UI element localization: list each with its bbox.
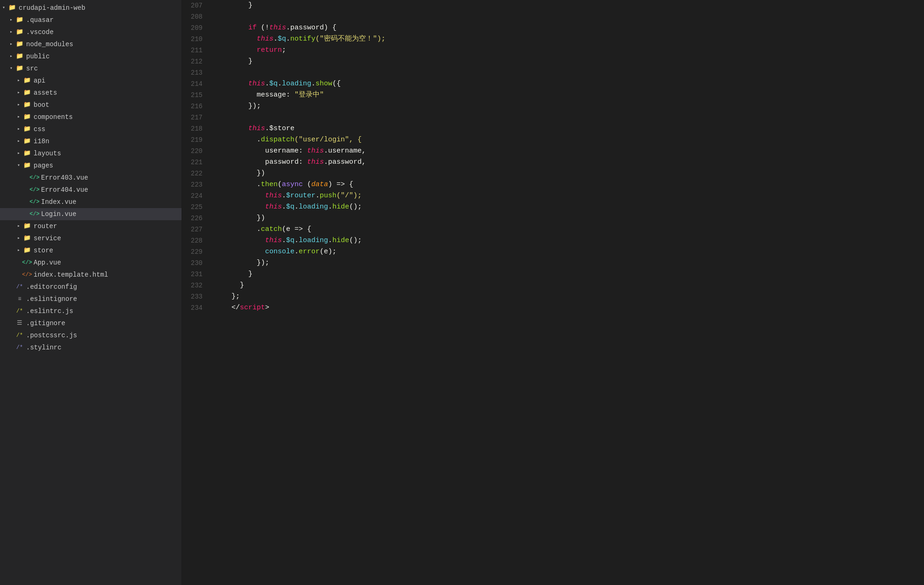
tree-item-eslintrc[interactable]: /*.eslintrc.js xyxy=(0,305,182,317)
code-line: 216 }); xyxy=(182,101,924,112)
tree-item-src[interactable]: ▾📁src xyxy=(0,63,182,75)
tree-label: i18n xyxy=(34,136,49,146)
tree-label: store xyxy=(34,245,53,256)
tree-item-public[interactable]: ▸📁public xyxy=(0,50,182,63)
line-content: if (!this.password) { xyxy=(210,22,924,34)
code-line: 226 }) xyxy=(182,213,924,224)
tree-icon: 📁 xyxy=(22,112,32,122)
tree-icon: 📁 xyxy=(22,124,32,134)
tree-arrow[interactable]: ▸ xyxy=(15,76,22,86)
line-content: }; xyxy=(210,291,924,302)
tree-arrow[interactable]: ▸ xyxy=(15,221,22,231)
tree-item-postcssrc[interactable]: /*.postcssrc.js xyxy=(0,329,182,341)
tree-label: src xyxy=(26,63,38,74)
line-content: message: "登录中" xyxy=(210,90,924,101)
tree-item-crudapi-admin-web[interactable]: ▾📁crudapi-admin-web xyxy=(0,2,182,14)
tree-arrow[interactable]: ▸ xyxy=(7,51,15,62)
tree-item-components[interactable]: ▸📁components xyxy=(0,111,182,123)
tree-arrow[interactable]: ▸ xyxy=(7,39,15,49)
code-line: 220 username: this.username, xyxy=(182,146,924,157)
line-content: }) xyxy=(210,168,924,179)
tree-arrow[interactable]: ▸ xyxy=(15,100,22,110)
tree-item-service[interactable]: ▸📁service xyxy=(0,232,182,244)
tree-item-eslintignore[interactable]: ≡.eslintignore xyxy=(0,293,182,305)
file-tree[interactable]: ▾📁crudapi-admin-web▸📁.quasar▸📁.vscode▸📁n… xyxy=(0,0,182,585)
line-number: 209 xyxy=(182,22,210,34)
tree-item-boot[interactable]: ▸📁boot xyxy=(0,99,182,111)
tree-item-Error404[interactable]: </>Error404.vue xyxy=(0,184,182,196)
tree-item-layouts[interactable]: ▸📁layouts xyxy=(0,147,182,160)
tree-label: components xyxy=(34,112,73,122)
line-number: 210 xyxy=(182,34,210,45)
line-content: }); xyxy=(210,101,924,112)
tree-item-css[interactable]: ▸📁css xyxy=(0,123,182,135)
tree-arrow[interactable]: ▸ xyxy=(15,136,22,146)
line-content: }) xyxy=(210,213,924,224)
line-number: 233 xyxy=(182,291,210,302)
code-line: 228 this.$q.loading.hide(); xyxy=(182,235,924,246)
tree-label: .gitignore xyxy=(26,318,65,328)
tree-item-node_modules[interactable]: ▸📁node_modules xyxy=(0,38,182,50)
tree-arrow[interactable]: ▾ xyxy=(7,63,15,74)
tree-item-gitignore[interactable]: ☰.gitignore xyxy=(0,317,182,329)
tree-icon: 📁 xyxy=(15,63,24,74)
code-line: 225 this.$q.loading.hide(); xyxy=(182,202,924,213)
line-number: 229 xyxy=(182,246,210,258)
tree-item-i18n[interactable]: ▸📁i18n xyxy=(0,135,182,147)
line-number: 207 xyxy=(182,0,210,11)
tree-item-Index[interactable]: </>Index.vue xyxy=(0,196,182,208)
line-number: 218 xyxy=(182,123,210,134)
line-number: 221 xyxy=(182,157,210,168)
code-line: 211 return; xyxy=(182,45,924,56)
tree-item-assets[interactable]: ▸📁assets xyxy=(0,87,182,99)
tree-item-index_template[interactable]: </>index.template.html xyxy=(0,269,182,281)
tree-icon: 📁 xyxy=(22,148,32,159)
tree-label: Login.vue xyxy=(41,209,77,219)
tree-icon: </> xyxy=(30,209,39,219)
code-editor: 207 }208 209 if (!this.password) {210 th… xyxy=(182,0,924,585)
tree-label: index.template.html xyxy=(34,270,108,280)
tree-arrow[interactable]: ▸ xyxy=(15,124,22,134)
tree-arrow[interactable]: ▸ xyxy=(15,233,22,244)
tree-item-App[interactable]: </>App.vue xyxy=(0,257,182,269)
line-content: this.$q.loading.hide(); xyxy=(210,235,924,246)
code-line: 209 if (!this.password) { xyxy=(182,22,924,34)
tree-item-stylinrc[interactable]: /*.stylinrc xyxy=(0,341,182,354)
tree-arrow[interactable]: ▸ xyxy=(7,15,15,25)
tree-item-pages[interactable]: ▾📁pages xyxy=(0,160,182,172)
tree-item-Login[interactable]: </>Login.vue xyxy=(0,208,182,220)
line-content: .then(async (data) => { xyxy=(210,179,924,190)
tree-icon: 📁 xyxy=(22,221,32,231)
tree-label: css xyxy=(34,124,45,134)
line-number: 228 xyxy=(182,235,210,246)
tree-label: crudapi-admin-web xyxy=(19,3,85,13)
code-line: 231 } xyxy=(182,269,924,280)
tree-item-router[interactable]: ▸📁router xyxy=(0,220,182,232)
tree-item-editorconfig[interactable]: /*.editorconfig xyxy=(0,281,182,293)
line-content: this.$q.loading.hide(); xyxy=(210,202,924,213)
tree-label: boot xyxy=(34,100,49,110)
tree-item-Error403[interactable]: </>Error403.vue xyxy=(0,172,182,184)
tree-arrow[interactable]: ▸ xyxy=(15,88,22,98)
tree-item-quasar[interactable]: ▸📁.quasar xyxy=(0,14,182,26)
line-number: 223 xyxy=(182,179,210,190)
tree-icon: 📁 xyxy=(22,100,32,110)
code-line: 233 }; xyxy=(182,291,924,302)
tree-label: assets xyxy=(34,88,57,98)
tree-item-vscode[interactable]: ▸📁.vscode xyxy=(0,26,182,38)
tree-arrow[interactable]: ▾ xyxy=(0,3,7,13)
tree-arrow[interactable]: ▸ xyxy=(7,27,15,37)
tree-arrow[interactable]: ▸ xyxy=(15,148,22,159)
tree-arrow[interactable]: ▸ xyxy=(15,245,22,256)
tree-label: .quasar xyxy=(26,15,54,25)
line-content: this.$router.push("/"); xyxy=(210,190,924,202)
tree-arrow[interactable]: ▾ xyxy=(15,160,22,171)
tree-arrow[interactable]: ▸ xyxy=(15,112,22,122)
tree-icon: </> xyxy=(30,185,39,195)
tree-label: .postcssrc.js xyxy=(26,330,77,341)
tree-icon: /* xyxy=(15,282,24,292)
tree-label: .stylinrc xyxy=(26,342,62,353)
tree-icon: </> xyxy=(22,258,32,268)
tree-item-store[interactable]: ▸📁store xyxy=(0,244,182,257)
tree-item-api[interactable]: ▸📁api xyxy=(0,75,182,87)
